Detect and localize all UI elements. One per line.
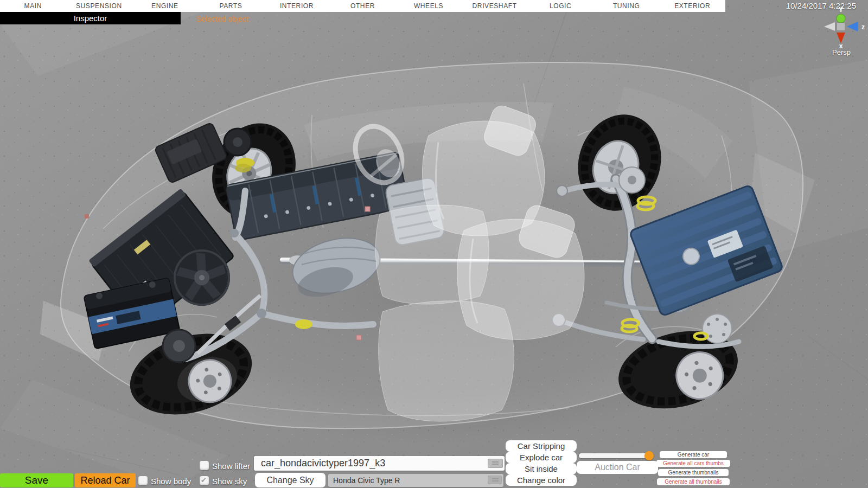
menu-item-main[interactable]: MAIN — [0, 2, 66, 10]
orientation-gizmo[interactable]: Y z x — [816, 4, 868, 49]
car-model-selected-value: Honda Civic Type R — [333, 476, 400, 485]
gizmo-west-arrow[interactable] — [824, 22, 835, 31]
gizmo-y-axis-handle[interactable] — [837, 14, 845, 23]
car-model-dropdown[interactable]: Honda Civic Type R — [328, 474, 503, 487]
gizmo-z-label: z — [861, 23, 865, 31]
menu-item-exterior[interactable]: EXTERIOR — [659, 2, 725, 10]
show-sky-label: Show sky — [212, 477, 247, 486]
input-scroll-thumb-icon[interactable] — [488, 459, 503, 468]
menu-item-tuning[interactable]: TUNING — [593, 2, 660, 10]
selected-object-label: Selected object: — [196, 15, 251, 23]
generate-all-thumbnails-button[interactable]: Generate all thumbnails — [657, 478, 730, 485]
show-body-label: Show body — [151, 477, 191, 486]
auction-car-button[interactable]: Auction Car — [577, 461, 658, 474]
menu-item-suspension[interactable]: SUSPENSION — [66, 2, 132, 10]
gizmo-center-cube[interactable] — [837, 23, 845, 30]
explode-car-button[interactable]: Explode car — [506, 452, 577, 463]
show-body-checkbox[interactable] — [138, 476, 148, 485]
inspector-panel-header[interactable]: Inspector — [0, 12, 181, 24]
gizmo-z-axis-handle[interactable] — [847, 22, 858, 31]
menu-item-parts[interactable]: PARTS — [198, 2, 264, 10]
menu-item-driveshaft[interactable]: DRIVESHAFT — [462, 2, 528, 10]
car-id-input[interactable]: car_hondacivictyper1997_k3 — [254, 456, 505, 471]
projection-mode-label[interactable]: Persp — [816, 48, 866, 56]
show-lifter-checkbox[interactable] — [200, 461, 209, 470]
menu-item-interior[interactable]: INTERIOR — [264, 2, 330, 10]
car-stripping-button[interactable]: Car Stripping — [506, 440, 577, 452]
show-lifter-label: Show lifter — [212, 461, 250, 471]
radiator-fan[interactable] — [174, 249, 230, 306]
change-sky-button[interactable]: Change Sky — [255, 473, 326, 487]
menu-item-logic[interactable]: LOGIC — [527, 2, 593, 10]
gizmo-y-label: Y — [839, 6, 843, 14]
dropdown-thumb-icon[interactable] — [488, 476, 502, 484]
menu-item-engine[interactable]: ENGINE — [132, 2, 198, 10]
reload-car-button[interactable]: Reload Car — [75, 473, 136, 487]
generate-all-cars-thumbs-button[interactable]: Generate all cars thumbs — [656, 460, 730, 467]
gizmo-x-axis-handle[interactable] — [837, 33, 845, 43]
car-editor-window: MAIN SUSPENSION ENGINE PARTS INTERIOR OT… — [0, 0, 868, 488]
generate-thumbnails-button[interactable]: Generate thumbnails — [658, 469, 729, 476]
change-color-button[interactable]: Change color — [506, 474, 577, 486]
show-sky-checkbox[interactable] — [200, 476, 209, 485]
sit-inside-button[interactable]: Sit inside — [506, 463, 577, 474]
top-menu-bar: MAIN SUSPENSION ENGINE PARTS INTERIOR OT… — [0, 0, 725, 12]
viewport-3d-scene[interactable] — [0, 0, 868, 488]
save-button[interactable]: Save — [0, 473, 73, 487]
inspector-title: Inspector — [74, 14, 107, 23]
slider-knob[interactable] — [644, 451, 654, 460]
menu-item-other[interactable]: OTHER — [330, 2, 396, 10]
car-id-value: car_hondacivictyper1997_k3 — [261, 458, 385, 469]
menu-item-wheels[interactable]: WHEELS — [395, 2, 462, 10]
generate-car-button[interactable]: Generate car — [660, 451, 727, 458]
value-slider[interactable] — [579, 453, 653, 458]
